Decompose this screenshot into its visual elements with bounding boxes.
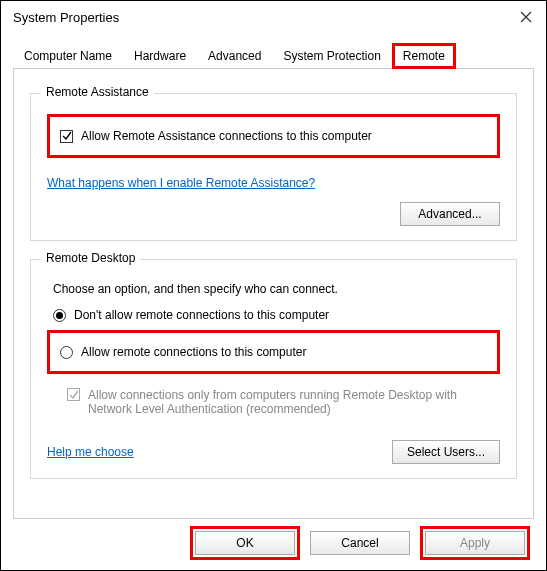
close-icon [520, 11, 532, 23]
tab-label: System Protection [283, 49, 380, 63]
radio-allow-label: Allow remote connections to this compute… [81, 345, 306, 359]
highlight-allow-remote: Allow remote connections to this compute… [47, 330, 500, 374]
tab-computer-name[interactable]: Computer Name [13, 43, 123, 68]
radio-dot-icon [56, 312, 63, 319]
tab-label: Hardware [134, 49, 186, 63]
remote-tab-panel: Remote Assistance Allow Remote Assistanc… [13, 69, 534, 519]
allow-remote-assistance-checkbox[interactable] [60, 130, 73, 143]
system-properties-dialog: System Properties Computer Name Hardware… [0, 0, 547, 571]
check-icon [62, 131, 72, 141]
button-label: Apply [460, 536, 490, 550]
tab-label: Remote [403, 49, 445, 63]
close-button[interactable] [514, 5, 538, 29]
tab-label: Advanced [208, 49, 261, 63]
content-area: Computer Name Hardware Advanced System P… [1, 33, 546, 531]
radio-dont-allow[interactable] [53, 309, 66, 322]
button-label: Advanced... [418, 207, 481, 221]
tab-system-protection[interactable]: System Protection [272, 43, 391, 68]
radio-allow[interactable] [60, 346, 73, 359]
help-me-choose-link[interactable]: Help me choose [47, 445, 134, 459]
tab-strip: Computer Name Hardware Advanced System P… [13, 43, 534, 69]
titlebar: System Properties [1, 1, 546, 33]
nla-label: Allow connections only from computers ru… [88, 388, 500, 416]
select-users-button[interactable]: Select Users... [392, 440, 500, 464]
highlight-apply: Apply [420, 526, 530, 560]
group-title: Remote Desktop [41, 251, 140, 265]
check-icon [69, 390, 79, 400]
allow-remote-assistance-label: Allow Remote Assistance connections to t… [81, 129, 372, 143]
cancel-button[interactable]: Cancel [310, 531, 410, 555]
radio-dont-allow-label: Don't allow remote connections to this c… [74, 308, 329, 322]
button-label: Cancel [341, 536, 378, 550]
button-label: Select Users... [407, 445, 485, 459]
highlight-ok: OK [190, 526, 300, 560]
remote-assistance-help-link[interactable]: What happens when I enable Remote Assist… [47, 176, 315, 190]
tab-advanced[interactable]: Advanced [197, 43, 272, 68]
apply-button[interactable]: Apply [425, 531, 525, 555]
window-title: System Properties [9, 10, 119, 25]
highlight-allow-assistance: Allow Remote Assistance connections to t… [47, 114, 500, 158]
nla-checkbox [67, 388, 80, 401]
remote-assistance-group: Remote Assistance Allow Remote Assistanc… [30, 93, 517, 241]
remote-desktop-group: Remote Desktop Choose an option, and the… [30, 259, 517, 479]
dialog-button-row: OK Cancel Apply [190, 526, 530, 560]
tab-hardware[interactable]: Hardware [123, 43, 197, 68]
tab-label: Computer Name [24, 49, 112, 63]
ok-button[interactable]: OK [195, 531, 295, 555]
button-label: OK [236, 536, 253, 550]
group-title: Remote Assistance [41, 85, 154, 99]
remote-desktop-description: Choose an option, and then specify who c… [53, 282, 500, 296]
tab-remote[interactable]: Remote [392, 43, 456, 69]
remote-assistance-advanced-button[interactable]: Advanced... [400, 202, 500, 226]
